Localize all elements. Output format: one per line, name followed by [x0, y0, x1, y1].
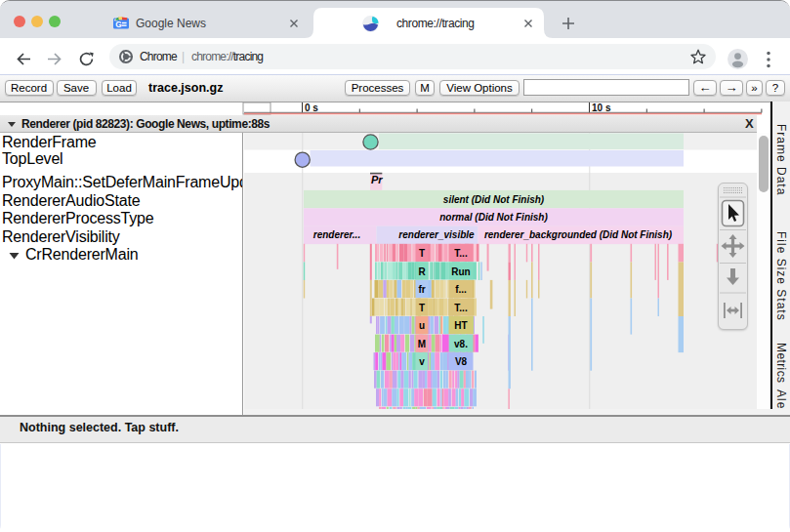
- svg-text:10 s: 10 s: [592, 102, 611, 113]
- svg-text:T...: T...: [454, 248, 468, 259]
- svg-text:V8: V8: [455, 356, 468, 367]
- svg-text:renderer_backgrounded (Did Not: renderer_backgrounded (Did Not Finish): [484, 229, 673, 240]
- svg-text:fr: fr: [418, 284, 425, 295]
- svg-text:renderer_visible: renderer_visible: [398, 229, 475, 240]
- svg-text:G: G: [115, 20, 122, 29]
- svg-text:normal (Did Not Finish): normal (Did Not Finish): [439, 212, 548, 223]
- svg-text:renderer...: renderer...: [313, 229, 360, 240]
- svg-text:Run: Run: [451, 266, 470, 276]
- svg-text:HT: HT: [454, 320, 467, 331]
- svg-text:f...: f...: [455, 284, 467, 295]
- svg-text:M: M: [418, 338, 426, 348]
- svg-text:R: R: [418, 266, 426, 276]
- svg-text:v8.: v8.: [454, 338, 468, 348]
- svg-text:T: T: [419, 302, 425, 312]
- svg-text:silent (Did Not Finish): silent (Did Not Finish): [443, 193, 545, 204]
- svg-text:Pr: Pr: [371, 173, 383, 184]
- svg-text:T: T: [419, 248, 425, 259]
- svg-text:T...: T...: [454, 302, 468, 312]
- svg-text:0 s: 0 s: [305, 102, 318, 113]
- svg-text:v: v: [419, 356, 425, 367]
- svg-text:u: u: [419, 320, 425, 331]
